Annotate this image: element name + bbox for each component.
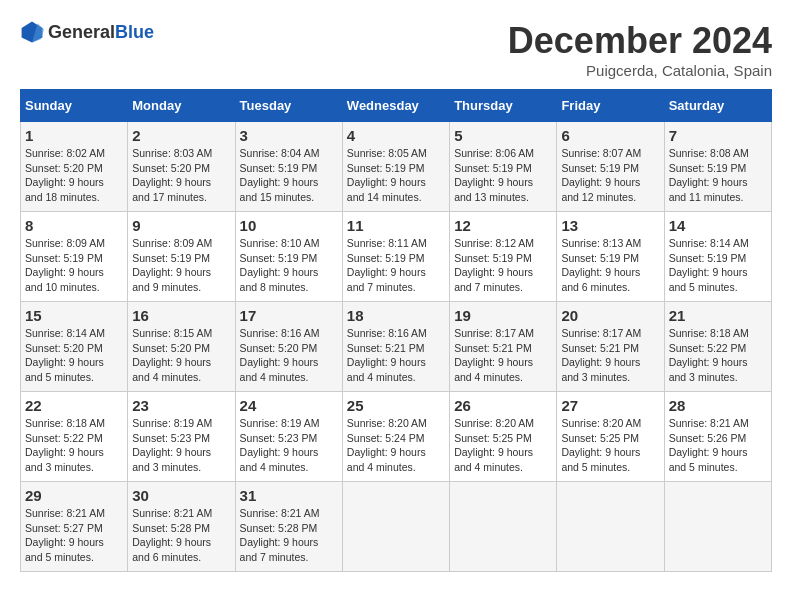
logo-icon — [20, 20, 44, 44]
table-row: 11Sunrise: 8:11 AMSunset: 5:19 PMDayligh… — [342, 212, 449, 302]
table-row: 3Sunrise: 8:04 AMSunset: 5:19 PMDaylight… — [235, 122, 342, 212]
table-row: 29Sunrise: 8:21 AMSunset: 5:27 PMDayligh… — [21, 482, 128, 572]
table-row: 18Sunrise: 8:16 AMSunset: 5:21 PMDayligh… — [342, 302, 449, 392]
table-row: 17Sunrise: 8:16 AMSunset: 5:20 PMDayligh… — [235, 302, 342, 392]
table-row: 7Sunrise: 8:08 AMSunset: 5:19 PMDaylight… — [664, 122, 771, 212]
table-row: 2Sunrise: 8:03 AMSunset: 5:20 PMDaylight… — [128, 122, 235, 212]
table-row: 13Sunrise: 8:13 AMSunset: 5:19 PMDayligh… — [557, 212, 664, 302]
logo: GeneralBlue — [20, 20, 154, 44]
calendar-table: Sunday Monday Tuesday Wednesday Thursday… — [20, 89, 772, 572]
table-row: 10Sunrise: 8:10 AMSunset: 5:19 PMDayligh… — [235, 212, 342, 302]
table-row: 1Sunrise: 8:02 AMSunset: 5:20 PMDaylight… — [21, 122, 128, 212]
title-block: December 2024 Puigcerda, Catalonia, Spai… — [508, 20, 772, 79]
page-header: GeneralBlue December 2024 Puigcerda, Cat… — [20, 20, 772, 79]
table-row: 25Sunrise: 8:20 AMSunset: 5:24 PMDayligh… — [342, 392, 449, 482]
table-row: 14Sunrise: 8:14 AMSunset: 5:19 PMDayligh… — [664, 212, 771, 302]
table-row: 5Sunrise: 8:06 AMSunset: 5:19 PMDaylight… — [450, 122, 557, 212]
table-row — [450, 482, 557, 572]
col-friday: Friday — [557, 90, 664, 122]
col-wednesday: Wednesday — [342, 90, 449, 122]
table-row — [342, 482, 449, 572]
table-row: 19Sunrise: 8:17 AMSunset: 5:21 PMDayligh… — [450, 302, 557, 392]
col-saturday: Saturday — [664, 90, 771, 122]
table-row: 15Sunrise: 8:14 AMSunset: 5:20 PMDayligh… — [21, 302, 128, 392]
table-row: 27Sunrise: 8:20 AMSunset: 5:25 PMDayligh… — [557, 392, 664, 482]
table-row: 23Sunrise: 8:19 AMSunset: 5:23 PMDayligh… — [128, 392, 235, 482]
col-thursday: Thursday — [450, 90, 557, 122]
table-row: 28Sunrise: 8:21 AMSunset: 5:26 PMDayligh… — [664, 392, 771, 482]
table-row: 20Sunrise: 8:17 AMSunset: 5:21 PMDayligh… — [557, 302, 664, 392]
table-row — [557, 482, 664, 572]
table-row: 30Sunrise: 8:21 AMSunset: 5:28 PMDayligh… — [128, 482, 235, 572]
col-tuesday: Tuesday — [235, 90, 342, 122]
table-row: 31Sunrise: 8:21 AMSunset: 5:28 PMDayligh… — [235, 482, 342, 572]
table-row: 24Sunrise: 8:19 AMSunset: 5:23 PMDayligh… — [235, 392, 342, 482]
col-sunday: Sunday — [21, 90, 128, 122]
month-title: December 2024 — [508, 20, 772, 62]
table-row: 16Sunrise: 8:15 AMSunset: 5:20 PMDayligh… — [128, 302, 235, 392]
table-row: 6Sunrise: 8:07 AMSunset: 5:19 PMDaylight… — [557, 122, 664, 212]
table-row: 4Sunrise: 8:05 AMSunset: 5:19 PMDaylight… — [342, 122, 449, 212]
table-row — [664, 482, 771, 572]
table-row: 26Sunrise: 8:20 AMSunset: 5:25 PMDayligh… — [450, 392, 557, 482]
table-row: 8Sunrise: 8:09 AMSunset: 5:19 PMDaylight… — [21, 212, 128, 302]
table-row: 12Sunrise: 8:12 AMSunset: 5:19 PMDayligh… — [450, 212, 557, 302]
col-monday: Monday — [128, 90, 235, 122]
table-row: 9Sunrise: 8:09 AMSunset: 5:19 PMDaylight… — [128, 212, 235, 302]
location: Puigcerda, Catalonia, Spain — [508, 62, 772, 79]
header-row: Sunday Monday Tuesday Wednesday Thursday… — [21, 90, 772, 122]
logo-text: GeneralBlue — [48, 22, 154, 43]
table-row: 21Sunrise: 8:18 AMSunset: 5:22 PMDayligh… — [664, 302, 771, 392]
table-row: 22Sunrise: 8:18 AMSunset: 5:22 PMDayligh… — [21, 392, 128, 482]
